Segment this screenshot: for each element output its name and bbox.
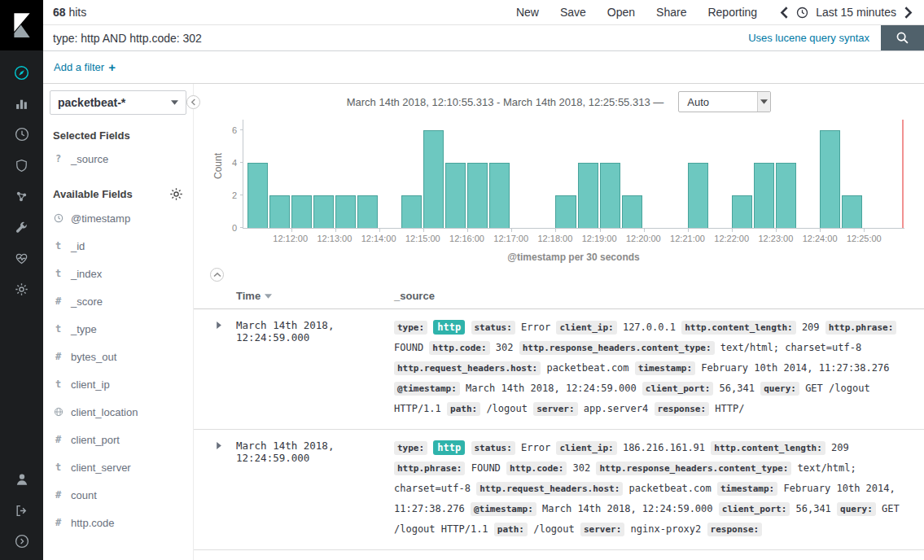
field-item-_source[interactable]: ?_source <box>50 145 186 173</box>
histogram-bar[interactable] <box>820 130 840 228</box>
histogram-bar[interactable] <box>445 163 466 228</box>
menu-save[interactable]: Save <box>560 6 586 19</box>
field-type-icon: # <box>53 434 63 445</box>
document-table: Time _source March 14th 2018, 12:24:59.0… <box>194 283 924 560</box>
field-value: nginx-proxy2 <box>631 523 702 535</box>
plot-area: 0246 <box>243 120 904 229</box>
histogram-bar[interactable] <box>688 163 708 228</box>
histogram-bar[interactable] <box>269 195 290 228</box>
field-value: /logout <box>533 523 575 535</box>
chart-time-range: March 14th 2018, 12:10:55.313 - March 14… <box>347 96 664 108</box>
field-item-client_server[interactable]: tclient_server <box>50 453 186 481</box>
histogram-bar[interactable] <box>622 195 642 228</box>
menu-share[interactable]: Share <box>656 6 686 19</box>
table-row[interactable]: March 14th 2018, 12:24:59.000type: http … <box>194 430 924 550</box>
field-key: status: <box>471 441 515 455</box>
histogram-bar[interactable] <box>467 163 488 228</box>
histogram-bar[interactable] <box>555 195 576 228</box>
collapse-sidebar-button[interactable] <box>186 95 200 109</box>
field-item-_type[interactable]: t_type <box>50 315 186 343</box>
time-forward-button[interactable] <box>904 7 913 19</box>
available-fields-list: @timestampt_idt_index#_scoret_type#bytes… <box>50 204 186 536</box>
nav-discover-item[interactable] <box>0 57 43 88</box>
nav-management-item[interactable] <box>0 273 43 304</box>
interval-select[interactable]: Auto <box>678 91 771 112</box>
kibana-logo[interactable] <box>0 0 43 50</box>
field-value: 186.216.161.91 <box>623 442 705 453</box>
nav-logout-item[interactable] <box>0 495 43 526</box>
field-key: client_port: <box>642 382 713 396</box>
collapse-histogram-button[interactable] <box>210 268 224 282</box>
nav-security-item[interactable] <box>0 150 43 181</box>
index-pattern-selector[interactable]: packetbeat-* <box>50 90 186 115</box>
histogram-bar[interactable] <box>401 195 422 228</box>
histogram-bar[interactable] <box>600 163 620 228</box>
menu-new[interactable]: New <box>516 6 539 19</box>
field-item-count[interactable]: #count <box>50 481 186 509</box>
field-name: _id <box>71 240 85 252</box>
field-item-_score[interactable]: #_score <box>50 287 186 315</box>
time-back-button[interactable] <box>780 7 789 19</box>
histogram-bar[interactable] <box>754 163 774 228</box>
histogram-bar[interactable] <box>732 195 752 228</box>
field-value: February 10th 2014, 11:27:38.276 <box>701 362 889 374</box>
field-key: path: <box>447 402 480 416</box>
field-item-http.code[interactable]: #http.code <box>50 509 186 536</box>
histogram-bar[interactable] <box>357 195 378 228</box>
histogram-bar[interactable] <box>247 163 268 228</box>
field-value: 127.0.0.1 <box>623 322 676 333</box>
histogram-bar[interactable] <box>578 163 598 228</box>
discover-icon <box>14 65 29 81</box>
field-item-bytes_out[interactable]: #bytes_out <box>50 343 186 370</box>
field-item-_index[interactable]: t_index <box>50 260 186 287</box>
histogram-bar[interactable] <box>313 195 334 228</box>
field-name: client_port <box>71 434 120 446</box>
histogram-bar[interactable] <box>842 195 862 228</box>
nav-collapse-nav-item[interactable] <box>0 526 43 557</box>
search-input[interactable] <box>43 25 748 50</box>
add-filter-link[interactable]: Add a filter + <box>54 60 116 74</box>
field-settings-gear-icon[interactable] <box>169 187 183 201</box>
search-button[interactable] <box>881 25 924 50</box>
expand-row-icon[interactable] <box>217 322 221 329</box>
nav-timelion-item[interactable] <box>0 119 43 150</box>
time-picker-label[interactable]: Last 15 minutes <box>816 6 896 19</box>
field-item-client_ip[interactable]: tclient_ip <box>50 370 186 398</box>
histogram-bar[interactable] <box>423 130 444 228</box>
field-item-client_port[interactable]: #client_port <box>50 426 186 453</box>
time-column-header[interactable]: Time <box>194 290 394 302</box>
field-value: March 14th 2018, 12:24:59.000 <box>542 503 713 514</box>
y-tick-mark <box>240 129 243 130</box>
source-column-header: _source <box>394 290 924 302</box>
nav-account-item[interactable] <box>0 464 43 495</box>
nav-graph-item[interactable] <box>0 181 43 212</box>
table-row[interactable]: March 14th 2018, 12:24:59.000type: http … <box>194 309 924 430</box>
field-item-client_location[interactable]: client_location <box>50 398 186 426</box>
hits-label: hits <box>68 6 86 19</box>
nav-monitoring-item[interactable] <box>0 243 43 273</box>
nav-dev-tools-item[interactable] <box>0 212 43 243</box>
nav-visualize-item[interactable] <box>0 88 43 119</box>
table-body: March 14th 2018, 12:24:59.000type: http … <box>194 309 924 560</box>
lucene-syntax-link[interactable]: Uses lucene query syntax <box>748 32 869 44</box>
field-value: 302 <box>496 342 514 353</box>
field-value: 209 <box>802 322 820 333</box>
field-item-@timestamp[interactable]: @timestamp <box>50 204 186 232</box>
expand-row-icon[interactable] <box>217 442 221 449</box>
field-item-_id[interactable]: t_id <box>50 232 186 260</box>
histogram-bar[interactable] <box>489 163 510 228</box>
field-type-icon: # <box>53 517 63 528</box>
chevron-down-icon <box>171 100 178 105</box>
histogram-bar[interactable] <box>335 195 356 228</box>
field-key: client_ip: <box>556 321 616 335</box>
histogram-bar[interactable] <box>776 163 796 228</box>
menu-reporting[interactable]: Reporting <box>707 6 757 19</box>
table-row[interactable]: March 14th 2018, 12:24:24.000type: http … <box>194 550 924 560</box>
menu-open[interactable]: Open <box>607 6 635 19</box>
x-tick-label: 12:20:00 <box>626 234 661 243</box>
x-tick-label: 12:25:00 <box>847 234 882 243</box>
field-name: @timestamp <box>71 212 130 225</box>
plus-icon: + <box>108 60 116 74</box>
histogram-bar[interactable] <box>291 195 312 228</box>
table-header: Time _source <box>194 283 924 309</box>
